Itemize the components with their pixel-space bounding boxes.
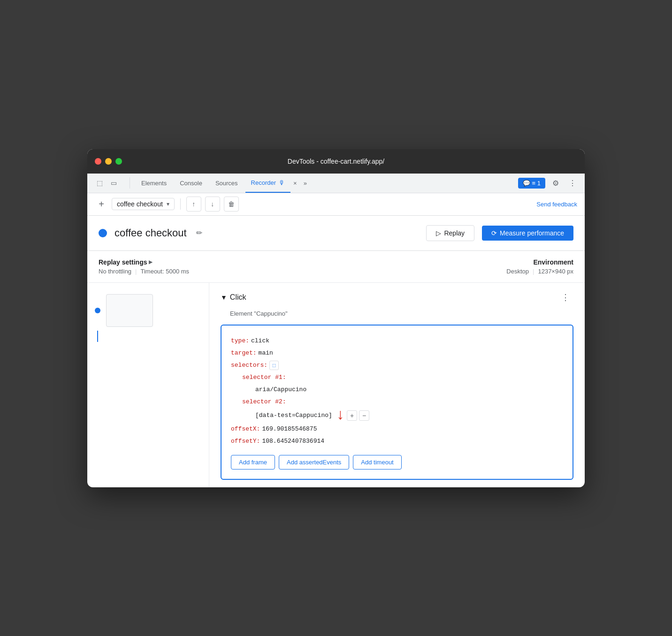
add-asserted-events-button[interactable]: Add assertedEvents [279,455,349,469]
code-offsetX-line: offsetX: 169.90185546875 [231,423,563,435]
toolbar: + coffee checkout ▾ ↑ ↓ 🗑 Send feedback [87,193,585,216]
device-icon[interactable]: ▭ [107,176,120,189]
tabbar-actions: 💬 ≡ 1 ⚙ ⋮ [518,176,579,189]
step-header: ▼ Click ⋮ [221,290,573,304]
tabbar: ⬚ ▭ Elements Console Sources Recorder 🎙 … [87,174,585,193]
tab-divider-1 [130,177,130,189]
play-icon: ▷ [436,229,441,237]
close-button[interactable] [95,158,101,165]
collapse-icon: ▼ [221,294,227,301]
arrow-annotation: ↓ [336,408,345,423]
devtools-window: DevTools - coffee-cart.netlify.app/ ⬚ ▭ … [87,149,585,487]
measure-performance-button[interactable]: ⟳ Measure performance [482,226,573,241]
download-icon: ↓ [211,200,214,208]
step-more-options-button[interactable]: ⋮ [557,290,573,304]
nav-icons: ⬚ ▭ [93,176,120,189]
code-selector2-line: selector #2: [242,396,563,408]
collapse-step-button[interactable]: ▼ [221,294,227,301]
settings-button[interactable]: ⚙ [549,176,562,189]
add-frame-button[interactable]: Add frame [231,455,275,469]
environment-section: Environment Desktop | 1237×940 px [506,258,573,275]
replay-button[interactable]: ▷ Replay [426,225,474,241]
delete-recording-button[interactable]: 🗑 [224,197,239,212]
minimize-button[interactable] [105,158,112,165]
step-connector-line [97,331,98,342]
upload-icon: ↑ [192,200,195,208]
step-detail-panel: ▼ Click ⋮ Element "Cappucino" type: clic… [209,283,585,487]
replay-settings-title[interactable]: Replay settings ▶ [99,258,506,266]
tab-recorder[interactable]: Recorder 🎙 [245,173,290,193]
step-action-buttons: Add frame Add assertedEvents Add timeout [231,455,563,469]
step-code-block: type: click target: main selectors: ⬚ se… [221,325,573,480]
add-selector-button[interactable]: + [347,410,357,421]
steps-area: ▼ Click ⋮ Element "Cappucino" type: clic… [87,283,585,487]
step-indicator-dot [95,308,100,313]
window-controls [95,158,122,165]
code-selector1-value-line: aria/Cappucino [253,384,563,396]
more-options-button[interactable]: ⋮ [566,176,579,189]
recorder-icon: 🎙 [279,179,285,186]
send-feedback-link[interactable]: Send feedback [536,201,577,208]
tab-elements[interactable]: Elements [136,173,172,193]
tab-sources[interactable]: Sources [210,173,244,193]
recording-selector[interactable]: coffee checkout ▾ [112,198,175,210]
cursor-icon[interactable]: ⬚ [93,176,106,189]
remove-selector-button[interactable]: − [359,410,369,421]
window-title: DevTools - coffee-cart.netlify.app/ [288,158,384,165]
step-subtitle: Element "Cappucino" [221,310,573,317]
maximize-button[interactable] [115,158,122,165]
tab-more[interactable]: » [300,177,311,189]
code-type-line: type: click [231,335,563,347]
expand-settings-icon: ▶ [149,259,153,265]
red-arrow-icon: ↓ [336,408,345,423]
chat-button[interactable]: 💬 ≡ 1 [518,178,545,189]
recording-header: coffee checkout ✏ ▷ Replay ⟳ Measure per… [87,216,585,251]
add-timeout-button[interactable]: Add timeout [353,455,401,469]
code-target-line: target: main [231,347,563,359]
export-button[interactable]: ↑ [186,197,201,212]
chat-icon: 💬 [523,180,530,187]
more-icon: ⋮ [561,293,570,302]
tab-console[interactable]: Console [174,173,208,193]
code-selector1-line: selector #1: [242,371,563,384]
environment-title: Environment [506,258,573,266]
selector-picker-icon[interactable]: ⬚ [269,361,279,370]
replay-settings-section: Replay settings ▶ No throttling | Timeou… [99,258,506,275]
steps-sidebar [87,283,209,487]
import-button[interactable]: ↓ [205,197,220,212]
code-selectors-line: selectors: ⬚ [231,359,563,371]
code-selector2-value-line: [data-test=Cappucino] ↓ + − [253,408,563,423]
environment-values: Desktop | 1237×940 px [506,268,573,275]
close-tab-icon[interactable]: × [292,180,298,187]
step-type-label: Click [230,293,557,302]
toolbar-divider [180,198,181,210]
performance-icon: ⟳ [491,229,497,237]
recording-title: coffee checkout [115,227,187,239]
settings-bar: Replay settings ▶ No throttling | Timeou… [87,251,585,283]
step-thumbnail-image [106,294,153,327]
add-recording-button[interactable]: + [95,197,108,211]
settings-values: No throttling | Timeout: 5000 ms [99,268,506,275]
edit-title-icon[interactable]: ✏ [194,227,204,239]
recording-status-dot [99,229,107,237]
step-thumbnail [87,290,209,331]
chevron-down-icon: ▾ [167,201,169,207]
code-offsetY-line: offsetY: 108.6452407836914 [231,435,563,447]
titlebar: DevTools - coffee-cart.netlify.app/ [87,149,585,174]
trash-icon: 🗑 [228,200,235,208]
